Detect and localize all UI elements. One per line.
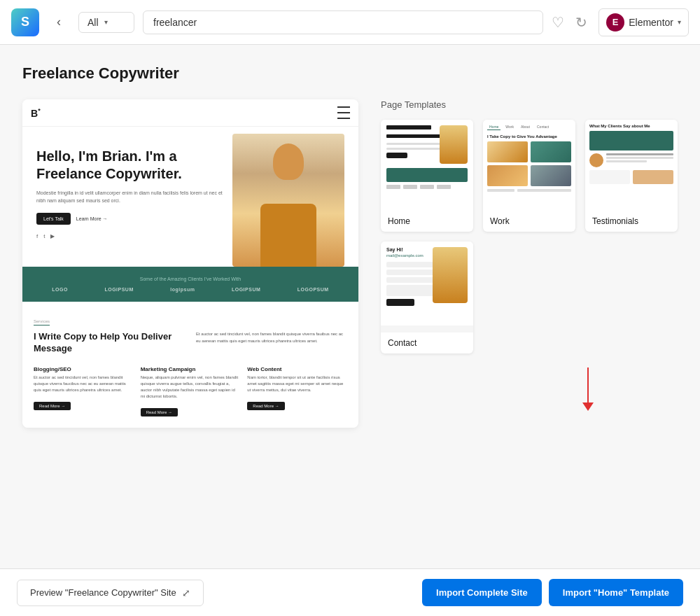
preview-site-button[interactable]: Preview "Freelance Copywriter" Site ⤢ (17, 580, 204, 606)
search-input[interactable] (143, 10, 543, 34)
client-logo-3: logipsum (170, 287, 195, 292)
client-logo-2: LOGIPSUM (104, 287, 133, 292)
back-button[interactable]: ‹ (48, 11, 70, 34)
template-thumb-contact: Say Hi! mail@example.com (381, 241, 473, 332)
import-complete-site-button[interactable]: Import Complete Site (422, 579, 542, 606)
service-item-3: Web Content Nam tortor, blandit tempor s… (247, 366, 347, 416)
youtube-icon: ▶ (50, 233, 55, 239)
client-logo-5: LOGOPSUM (298, 287, 329, 292)
action-buttons: Import Complete Site Import "Home" Templ… (422, 579, 683, 606)
template-name-home: Home (381, 211, 473, 232)
favorites-button[interactable]: ♡ (552, 14, 564, 31)
service1-read-more[interactable]: Read More → (34, 402, 71, 410)
content-layout: B* Hello, I'm Brian. I'm a Freelance Cop… (22, 99, 678, 428)
filter-dropdown[interactable]: All ▾ (78, 12, 134, 33)
clients-title: Some of the Amazing Clients I've Worked … (34, 276, 347, 281)
services-label: Services (34, 319, 50, 326)
person-body (260, 204, 316, 267)
hero-image (232, 134, 344, 267)
template-name-contact: Contact (381, 332, 473, 354)
preview-pane: B* Hello, I'm Brian. I'm a Freelance Cop… (22, 99, 358, 428)
template-thumb-testimonials: What My Clients Say about Me (585, 120, 678, 211)
elementor-label: Elementor (629, 17, 673, 28)
template-name-work: Work (483, 211, 575, 232)
page-title: Freelance Copywriter (22, 64, 678, 83)
templates-label: Page Templates (381, 99, 678, 110)
learn-more-link[interactable]: Learn More → (76, 216, 108, 221)
template-card-work[interactable]: Home Work About Contact I Take Copy to G… (483, 120, 575, 232)
main-content: Freelance Copywriter B* (0, 45, 700, 616)
hero-heading: Hello, I'm Brian. I'm a Freelance Copywr… (36, 148, 232, 183)
import-home-template-button[interactable]: Import "Home" Template (549, 579, 683, 606)
mockup-topbar: B* (22, 99, 358, 127)
template-card-testimonials[interactable]: What My Clients Say about Me (585, 120, 678, 232)
clients-logos: LOGO LOGIPSUM logipsum LOGIPSUM LOGOPSUM (34, 287, 347, 292)
templates-panel: Page Templates (381, 99, 678, 428)
app-logo: S (11, 8, 39, 36)
service3-read-more[interactable]: Read More → (247, 402, 284, 410)
service2-read-more[interactable]: Read More → (141, 408, 178, 416)
template-card-home[interactable]: Home (381, 120, 473, 232)
clients-bar: Some of the Amazing Clients I've Worked … (22, 267, 358, 302)
elementor-logo: E (606, 13, 624, 31)
services-right-text: Et auctor ac sed tincidunt vel, non fame… (196, 331, 347, 360)
template-name-testimonials: Testimonials (585, 211, 678, 232)
external-link-icon: ⤢ (182, 587, 190, 598)
app-header: S ‹ All ▾ ♡ ↻ E Elementor ▾ (0, 0, 700, 45)
hero-text: Hello, I'm Brian. I'm a Freelance Copywr… (36, 141, 232, 239)
mockup-logo: B* (31, 107, 41, 119)
elementor-chevron-icon: ▾ (678, 18, 681, 26)
menu-line-icon (337, 118, 350, 119)
client-logo-1: LOGO (52, 287, 68, 292)
service-item-2: Marketing Campaign Neque, aliquam pulvin… (141, 366, 241, 416)
hero-body: Modestie fringilla in id velit ullamcorp… (36, 190, 232, 204)
hero-social: f t ▶ (36, 233, 232, 239)
person-head (273, 144, 304, 180)
mockup-menu (337, 105, 350, 120)
hero-buttons: Let's Talk Learn More → (36, 213, 232, 225)
person-image (232, 134, 344, 267)
template-card-contact[interactable]: Say Hi! mail@example.com Contact (381, 241, 473, 354)
template-thumb-home (381, 120, 473, 211)
client-logo-4: LOGIPSUM (232, 287, 260, 292)
bottom-bar: Preview "Freelance Copywriter" Site ⤢ Im… (0, 568, 700, 616)
menu-line-icon (337, 112, 350, 113)
chevron-down-icon: ▾ (104, 18, 108, 26)
menu-line-icon (337, 106, 350, 108)
down-arrow-icon (582, 368, 594, 411)
preview-label: Preview "Freelance Copywriter" Site (30, 587, 176, 598)
template-thumb-work: Home Work About Contact I Take Copy to G… (483, 120, 575, 211)
elementor-badge[interactable]: E Elementor ▾ (598, 8, 689, 36)
arrow-container (381, 368, 678, 411)
lets-talk-button[interactable]: Let's Talk (36, 213, 71, 225)
refresh-button[interactable]: ↻ (575, 14, 587, 31)
service-items: Blogging/SEO Et auctor ac sed tincidunt … (34, 366, 347, 416)
header-actions: ♡ ↻ E Elementor ▾ (552, 8, 689, 36)
facebook-icon: f (36, 233, 38, 239)
templates-grid: Home Home Work About Contact I Take Copy (381, 120, 678, 354)
services-section: Services I Write Copy to Help You Delive… (22, 302, 358, 428)
preview-inner: B* Hello, I'm Brian. I'm a Freelance Cop… (22, 99, 358, 428)
services-heading: I Write Copy to Help You Deliver Message (34, 331, 185, 355)
mockup-hero: Hello, I'm Brian. I'm a Freelance Copywr… (22, 127, 358, 267)
twitter-icon: t (43, 233, 45, 239)
service-item-1: Blogging/SEO Et auctor ac sed tincidunt … (34, 366, 134, 416)
